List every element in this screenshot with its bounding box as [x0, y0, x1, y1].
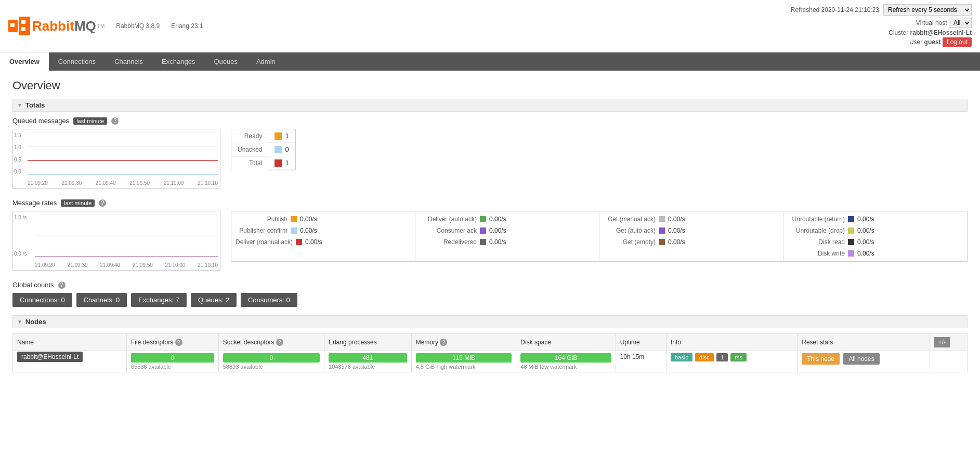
consumer-ack-color	[480, 227, 486, 234]
unroutable-return-value: 0.00/s	[857, 216, 874, 223]
rate-disk-write: Disk write 0.00/s	[783, 248, 967, 259]
global-counts-section: Global counts ? Connections: 0 Channels:…	[12, 281, 968, 307]
get-manual-color	[659, 216, 665, 222]
queued-messages-help[interactable]: ?	[111, 117, 119, 125]
node-name-badge: rabbit@EHosseini-Lt	[17, 352, 83, 362]
totals-arrow: ▼	[17, 102, 22, 108]
logo-icon: RabbitMQ TM	[8, 17, 104, 35]
ready-label: Ready	[231, 129, 269, 143]
message-rates-help[interactable]: ?	[99, 199, 106, 207]
nav-exchanges[interactable]: Exchanges	[152, 52, 204, 71]
nav-channels[interactable]: Channels	[105, 52, 152, 71]
rabbitmq-logo-svg	[8, 17, 30, 35]
cluster-label: Cluster	[888, 29, 908, 36]
get-empty-color	[659, 239, 665, 245]
totals-label: Totals	[25, 101, 45, 109]
rates-col-3: Get (manual ack) 0.00/s Get (auto ack) 0…	[599, 211, 783, 261]
logo-tm: TM	[97, 23, 104, 29]
message-rates-section: Message rates last minute ? 1.0 /s 0.0 /…	[12, 199, 968, 271]
node-socket-desc-cell: 0 58893 available	[218, 351, 324, 372]
totals-section: ▼ Totals Queued messages last minute ? 1…	[12, 99, 968, 307]
deliver-auto-label: Deliver (auto ack)	[420, 216, 477, 223]
vhost-select[interactable]: All	[949, 18, 972, 28]
all-nodes-button[interactable]: All nodes	[843, 353, 879, 365]
node-info-cell: basic disc 1 rss	[666, 351, 797, 372]
rate-unroutable-return: Unroutable (return) 0.00/s	[783, 213, 967, 225]
deliver-manual-label: Deliver (manual ack)	[236, 238, 293, 246]
nav-connections[interactable]: Connections	[49, 52, 105, 71]
node-uptime-cell: 10h 15m	[616, 351, 666, 372]
queued-messages-badge: last minute	[73, 117, 107, 125]
erlang-info: Erlang 23.1	[171, 22, 203, 30]
nav-queues[interactable]: Queues	[204, 52, 247, 71]
disk-read-value: 0.00/s	[857, 238, 874, 246]
nodes-header[interactable]: ▼ Nodes	[12, 315, 968, 328]
redelivered-value: 0.00/s	[489, 238, 506, 246]
queued-messages-label: Queued messages	[12, 117, 69, 125]
unroutable-return-color	[848, 216, 854, 222]
unroutable-drop-label: Unroutable (drop)	[788, 227, 845, 234]
logo-area: RabbitMQ TM RabbitMQ 3.8.9 Erlang 23.1	[8, 17, 203, 35]
counts-row: Connections: 0 Channels: 0 Exchanges: 7 …	[12, 293, 968, 307]
y-label-1.0: 1.0	[14, 144, 21, 150]
rates-chart-svg	[35, 215, 218, 257]
vhost-label: Virtual host	[916, 19, 947, 26]
col-info: Info	[666, 334, 797, 351]
logout-button[interactable]: Log out	[943, 37, 972, 47]
this-node-button[interactable]: This node	[802, 353, 840, 365]
node-erlang-cell: 481 1048576 available	[324, 351, 412, 372]
erlang-bar: 481	[329, 353, 407, 363]
user-label: User	[909, 38, 922, 46]
y-label-0.5: 0.5	[14, 157, 21, 163]
unroutable-return-label: Unroutable (return)	[788, 216, 845, 223]
totals-header[interactable]: ▼ Totals	[12, 99, 968, 112]
unacked-value: 0	[268, 143, 295, 156]
rate-disk-read: Disk read 0.00/s	[783, 236, 967, 248]
publish-label: Publish	[236, 216, 288, 223]
col-disk: Disk space	[516, 334, 616, 351]
global-counts-help[interactable]: ?	[58, 282, 66, 289]
memory-bar: 115 MiB	[416, 353, 512, 363]
rates-chart: 1.0 /s 0.0 /s 21:09:20	[12, 211, 220, 271]
disk-watermark: 48 MiB low watermark	[520, 364, 611, 370]
redelivered-color	[480, 239, 486, 245]
col-uptime: Uptime	[616, 334, 666, 351]
expand-button[interactable]: +/-	[934, 337, 950, 347]
page-title: Overview	[12, 79, 968, 92]
rate-unroutable-drop: Unroutable (drop) 0.00/s	[783, 225, 967, 236]
deliver-auto-value: 0.00/s	[489, 216, 506, 223]
consumer-ack-label: Consumer ack	[420, 227, 477, 234]
channels-count: Channels: 0	[76, 293, 127, 307]
nodes-arrow: ▼	[17, 319, 22, 325]
node-extra-cell	[930, 351, 967, 372]
rate-get-manual: Get (manual ack) 0.00/s	[599, 213, 783, 225]
publisher-confirm-label: Publisher confirm	[236, 227, 288, 234]
deliver-manual-color	[296, 239, 302, 245]
y-label-0.0: 0.0	[14, 169, 21, 175]
redelivered-label: Redelivered	[420, 238, 477, 246]
unacked-label: Unacked	[231, 143, 269, 156]
socket-desc-available: 58893 available	[223, 364, 320, 370]
file-desc-bar: 0	[131, 353, 214, 363]
rate-consumer-ack: Consumer ack 0.00/s	[415, 225, 599, 236]
rates-y-1: 1.0 /s	[14, 215, 27, 220]
y-label-1.5: 1.5	[14, 132, 21, 138]
rates-col-1: Publish 0.00/s Publisher confirm 0.00/s …	[231, 211, 415, 261]
col-expand[interactable]: +/-	[930, 334, 967, 351]
get-auto-value: 0.00/s	[668, 227, 685, 234]
nav-admin[interactable]: Admin	[247, 52, 285, 71]
node-file-desc-cell: 0 65536 available	[126, 351, 218, 372]
rates-grid: Publish 0.00/s Publisher confirm 0.00/s …	[231, 211, 968, 262]
node-memory-cell: 115 MiB 4.8 GiB high watermark	[411, 351, 516, 372]
queued-x-labels: 21:09:20 21:09:30 21:09:40 21:09:50 21:1…	[28, 180, 218, 186]
logo-mq: MQ	[74, 18, 96, 34]
main-nav: Overview Connections Channels Exchanges …	[0, 52, 980, 71]
node-name-cell: rabbit@EHosseini-Lt	[13, 351, 127, 372]
refresh-select[interactable]: Refresh every 5 seconds Refresh every 10…	[883, 4, 972, 16]
consumer-ack-value: 0.00/s	[489, 227, 506, 234]
nav-overview[interactable]: Overview	[0, 52, 49, 71]
rate-redelivered: Redelivered 0.00/s	[415, 236, 599, 248]
get-empty-value: 0.00/s	[668, 238, 685, 246]
col-file-desc: File descriptors ?	[126, 334, 218, 351]
deliver-manual-value: 0.00/s	[305, 238, 322, 246]
